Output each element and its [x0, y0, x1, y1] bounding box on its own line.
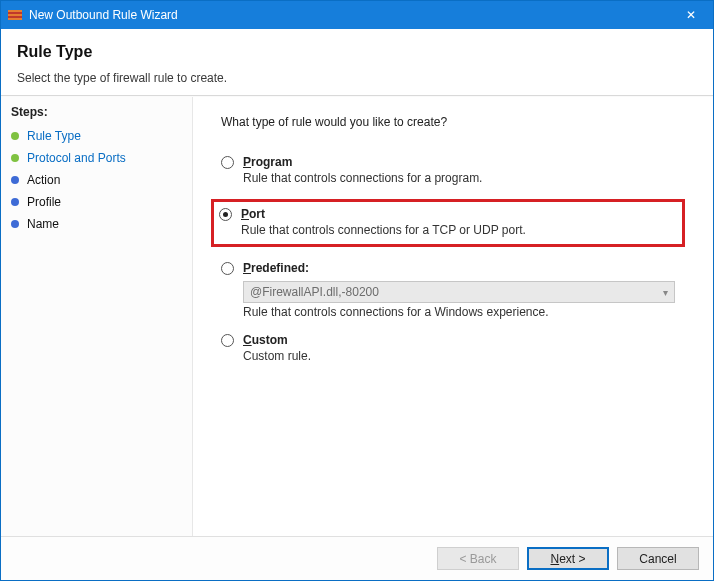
- option-row-port[interactable]: Port: [219, 207, 677, 221]
- window-title: New Outbound Rule Wizard: [29, 8, 178, 22]
- option-row-program[interactable]: Program: [221, 155, 689, 169]
- radio-program[interactable]: [221, 156, 234, 169]
- cancel-label: Cancel: [639, 552, 676, 566]
- step-profile[interactable]: Profile: [11, 191, 182, 213]
- steps-heading: Steps:: [11, 105, 182, 119]
- next-label: Next >: [550, 552, 585, 566]
- step-action[interactable]: Action: [11, 169, 182, 191]
- wizard-footer: < Back Next > Cancel: [1, 536, 713, 580]
- option-desc-program: Rule that controls connections for a pro…: [243, 171, 689, 185]
- option-label-program: Program: [243, 155, 292, 169]
- rule-type-question: What type of rule would you like to crea…: [221, 115, 689, 129]
- step-bullet-icon: [11, 132, 19, 140]
- step-label: Action: [27, 173, 60, 187]
- option-desc-custom: Custom rule.: [243, 349, 689, 363]
- step-bullet-icon: [11, 198, 19, 206]
- option-desc-predefined: Rule that controls connections for a Win…: [243, 305, 689, 319]
- steps-sidebar: Steps: Rule TypeProtocol and PortsAction…: [1, 97, 193, 536]
- page-subtitle: Select the type of firewall rule to crea…: [17, 71, 697, 85]
- option-desc-port: Rule that controls connections for a TCP…: [241, 223, 677, 237]
- step-bullet-icon: [11, 176, 19, 184]
- title-bar: New Outbound Rule Wizard ✕: [1, 1, 713, 29]
- radio-custom[interactable]: [221, 334, 234, 347]
- page-title: Rule Type: [17, 43, 697, 61]
- step-label: Protocol and Ports: [27, 151, 126, 165]
- step-label: Rule Type: [27, 129, 81, 143]
- option-label-custom: Custom: [243, 333, 288, 347]
- svg-rect-1: [8, 10, 22, 12]
- predefined-select: @FirewallAPI.dll,-80200▾: [243, 281, 675, 303]
- step-bullet-icon: [11, 154, 19, 162]
- wizard-window: New Outbound Rule Wizard ✕ Rule Type Sel…: [0, 0, 714, 581]
- option-predefined: Predefined:@FirewallAPI.dll,-80200▾Rule …: [221, 261, 689, 319]
- option-row-predefined[interactable]: Predefined:: [221, 261, 689, 275]
- step-protocol-and-ports[interactable]: Protocol and Ports: [11, 147, 182, 169]
- option-label-predefined: Predefined:: [243, 261, 309, 275]
- option-label-port: Port: [241, 207, 265, 221]
- option-custom: CustomCustom rule.: [221, 333, 689, 363]
- radio-port[interactable]: [219, 208, 232, 221]
- svg-rect-3: [8, 18, 22, 20]
- option-port: PortRule that controls connections for a…: [211, 199, 685, 247]
- wizard-body: Steps: Rule TypeProtocol and PortsAction…: [1, 96, 713, 536]
- step-rule-type[interactable]: Rule Type: [11, 125, 182, 147]
- firewall-icon: [7, 7, 23, 23]
- step-name[interactable]: Name: [11, 213, 182, 235]
- chevron-down-icon: ▾: [663, 287, 668, 298]
- close-button[interactable]: ✕: [669, 1, 713, 29]
- next-button[interactable]: Next >: [527, 547, 609, 570]
- step-label: Name: [27, 217, 59, 231]
- predefined-select-value: @FirewallAPI.dll,-80200: [250, 285, 379, 299]
- option-row-custom[interactable]: Custom: [221, 333, 689, 347]
- back-label: < Back: [459, 552, 496, 566]
- option-program: ProgramRule that controls connections fo…: [221, 155, 689, 185]
- wizard-content: What type of rule would you like to crea…: [193, 97, 713, 536]
- radio-predefined[interactable]: [221, 262, 234, 275]
- cancel-button[interactable]: Cancel: [617, 547, 699, 570]
- step-bullet-icon: [11, 220, 19, 228]
- close-icon: ✕: [686, 8, 696, 22]
- back-button: < Back: [437, 547, 519, 570]
- step-label: Profile: [27, 195, 61, 209]
- svg-rect-2: [8, 14, 22, 16]
- wizard-header: Rule Type Select the type of firewall ru…: [1, 29, 713, 96]
